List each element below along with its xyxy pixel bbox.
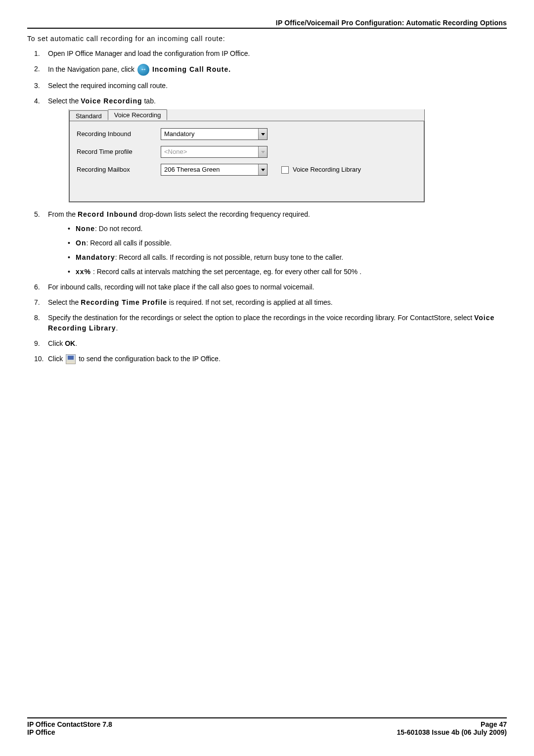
sub-on-label: On xyxy=(76,239,86,247)
row-record-time-profile: Record Time profile <None> xyxy=(77,146,417,158)
incoming-call-route-icon xyxy=(137,64,149,76)
step-7-suffix: is required. If not set, recording is ap… xyxy=(167,298,333,306)
tab-voice-recording-label: Voice Recording xyxy=(114,110,161,120)
step-7-bold: Recording Time Profile xyxy=(81,298,167,306)
checkbox-box-icon[interactable] xyxy=(281,166,289,174)
dropdown-record-time-profile: <None> xyxy=(161,146,267,158)
dropdown-record-time-profile-value: <None> xyxy=(161,147,258,157)
dropdown-recording-inbound[interactable]: Mandatory xyxy=(161,128,267,140)
step-6-text: For inbound calls, recording will not ta… xyxy=(48,283,314,291)
step-4-prefix: Select the xyxy=(48,97,81,105)
sub-xx: xx% : Record calls at intervals matching… xyxy=(68,267,507,277)
step-9-prefix: Click xyxy=(48,339,65,347)
step-8: Specify the destination for the recordin… xyxy=(48,313,507,333)
page-footer: IP Office ContactStore 7.8 IP Office Pag… xyxy=(27,717,507,736)
footer-product: IP Office ContactStore 7.8 xyxy=(27,720,112,728)
sub-none-label: None xyxy=(76,225,95,233)
step-2-prefix: In the Navigation pane, click xyxy=(48,65,136,73)
step-10-suffix: to send the configuration back to the IP… xyxy=(79,355,221,363)
step-8-prefix: Specify the destination for the recordin… xyxy=(48,314,474,322)
chevron-down-icon[interactable] xyxy=(258,164,267,175)
sub-on: On: Record all calls if possible. xyxy=(68,238,507,248)
label-recording-inbound: Recording Inbound xyxy=(77,129,161,139)
step-4-bold: Voice Recording xyxy=(81,97,142,105)
step-4: Select the Voice Recording tab. Standard… xyxy=(48,96,507,202)
step-7: Select the Recording Time Profile is req… xyxy=(48,297,507,308)
intro-text: To set automatic call recording for an i… xyxy=(27,35,507,43)
footer-right: Page 47 15-601038 Issue 4b (06 July 2009… xyxy=(397,720,507,736)
sub-xx-text: : Record calls at intervals matching the… xyxy=(91,268,361,276)
chevron-down-icon[interactable] xyxy=(258,129,267,140)
tab-standard[interactable]: Standard xyxy=(69,110,108,121)
sub-mandatory-label: Mandatory xyxy=(76,253,115,261)
voice-recording-panel: Standard Voice Recording Recording Inbou… xyxy=(69,109,425,202)
sub-mandatory: Mandatory: Record all calls. If recordin… xyxy=(68,252,507,263)
step-2: In the Navigation pane, click Incoming C… xyxy=(48,64,507,76)
page-header: IP Office/Voicemail Pro Configuration: A… xyxy=(27,19,507,29)
label-record-time-profile: Record Time profile xyxy=(77,147,161,157)
tab-standard-label: Standard xyxy=(76,111,102,121)
step-5-suffix: drop-down lists select the recording fre… xyxy=(137,210,310,218)
step-9-suffix: . xyxy=(75,339,77,347)
step-3: Select the required incoming call route. xyxy=(48,81,507,91)
step-7-prefix: Select the xyxy=(48,298,81,306)
save-icon xyxy=(66,354,76,364)
sub-xx-label: xx% xyxy=(76,268,91,276)
step-1: Open IP Office Manager and load the conf… xyxy=(48,48,507,59)
step-5: From the Record Inbound drop-down lists … xyxy=(48,209,507,277)
step-9-bold: OK xyxy=(65,339,75,347)
sub-none: None: Do not record. xyxy=(68,224,507,234)
step-8-suffix: . xyxy=(116,324,118,332)
dropdown-recording-mailbox[interactable]: 206 Theresa Green xyxy=(161,164,267,176)
tabs-bar: Standard Voice Recording xyxy=(69,109,424,121)
step-2-suffix: Incoming Call Route. xyxy=(152,65,231,73)
dropdown-recording-inbound-value: Mandatory xyxy=(161,129,258,139)
tab-voice-recording[interactable]: Voice Recording xyxy=(108,109,168,120)
row-recording-mailbox: Recording Mailbox 206 Theresa Green Voic… xyxy=(77,164,417,176)
label-recording-mailbox: Recording Mailbox xyxy=(77,165,161,175)
chevron-down-icon xyxy=(258,146,267,157)
sub-on-text: : Record all calls if possible. xyxy=(86,239,172,247)
step-10-prefix: Click xyxy=(48,355,65,363)
step-4-suffix: tab. xyxy=(142,97,156,105)
row-recording-inbound: Recording Inbound Mandatory xyxy=(77,128,417,140)
checkbox-voice-recording-library[interactable]: Voice Recording Library xyxy=(281,165,361,175)
footer-issue: 15-601038 Issue 4b (06 July 2009) xyxy=(397,728,507,736)
step-5-bold: Record Inbound xyxy=(78,210,137,218)
checkbox-voice-recording-library-label: Voice Recording Library xyxy=(293,165,361,175)
footer-page: Page 47 xyxy=(397,720,507,728)
step-1-text: Open IP Office Manager and load the conf… xyxy=(48,49,250,57)
footer-left: IP Office ContactStore 7.8 IP Office xyxy=(27,720,112,736)
step-6: For inbound calls, recording will not ta… xyxy=(48,282,507,292)
sub-none-text: : Do not record. xyxy=(95,225,143,233)
step-5-prefix: From the xyxy=(48,210,78,218)
step-3-text: Select the required incoming call route. xyxy=(48,82,168,90)
panel-body: Recording Inbound Mandatory Record Time … xyxy=(69,121,424,202)
step-9: Click OK. xyxy=(48,338,507,349)
dropdown-recording-mailbox-value: 206 Theresa Green xyxy=(161,165,258,175)
sub-mandatory-text: : Record all calls. If recording is not … xyxy=(115,253,343,261)
footer-brand: IP Office xyxy=(27,728,112,736)
step-10: Click to send the configuration back to … xyxy=(48,354,507,364)
